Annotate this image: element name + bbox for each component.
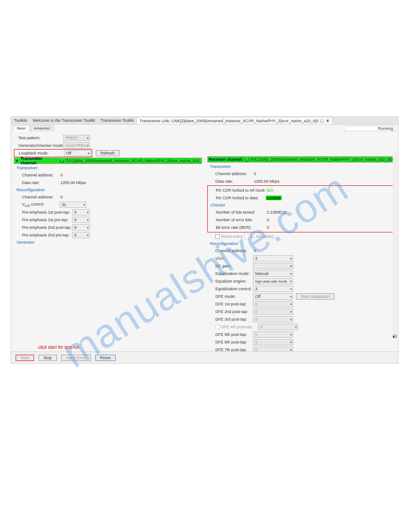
pre2-label: Pre-emphasis 2nd pre-tap: xyxy=(14,233,72,237)
bottom-toolbar: Start Stop Inject Error Reset xyxy=(11,352,398,363)
rx-transceiver-section: Transceiver xyxy=(207,163,395,170)
inject-error-button: Inject Error xyxy=(61,355,91,361)
stop-button[interactable]: Stop xyxy=(39,355,57,361)
bits-tested-label: Number of bits tested: xyxy=(208,210,266,215)
reset-every-input[interactable]: 1 xyxy=(244,234,254,239)
tab-transceiver-toolkit[interactable]: Transceiver Toolkit xyxy=(98,117,137,124)
scrollbar[interactable]: ▾ xyxy=(393,151,397,338)
dfe4-select: 0 xyxy=(258,324,298,330)
rx-data-rate-label: Data rate: xyxy=(207,179,253,184)
tx-rc-ch-addr-value: 0 xyxy=(60,195,63,199)
refresh-button[interactable]: Refresh xyxy=(96,150,120,156)
pre2p-select[interactable]: 0 xyxy=(72,224,90,231)
rx-header-label: Receiver channel: xyxy=(209,157,243,162)
annotation-text: click start for test run xyxy=(38,345,79,350)
tx-header-label: Transmitter channel: xyxy=(21,156,58,165)
eqctrl-label: Equalization control: xyxy=(207,287,253,291)
test-pattern-select: PRBS7 xyxy=(63,135,90,141)
dcgain-label: DC gain: xyxy=(207,264,253,268)
dfe6-label: DFE 6th post-tap: xyxy=(207,340,253,344)
transceiver-toolkit-window: Toolkits Welcome to the Transceiver Tool… xyxy=(11,116,398,364)
subtab-advanced[interactable]: Advanced xyxy=(30,125,54,132)
reset-every-unit: second(s). xyxy=(256,234,275,239)
dfe3-label: DFE 3rd post-tap: xyxy=(207,317,253,322)
pre1-label: Pre-emphasis 1st pre-tap: xyxy=(14,218,72,222)
dfe3-select: 0 xyxy=(253,316,293,322)
rx-ch-addr-value: 0 xyxy=(253,172,256,176)
eqeng-label: Equalizer engine: xyxy=(207,279,253,283)
cdr-ref-label: RX CDR locked to ref clock: xyxy=(208,188,266,193)
tab-transceiver-link[interactable]: Transceiver Link: LINK[2]slave_2000|unna… xyxy=(137,117,333,124)
loopback-mode-label: Loopback mode: xyxy=(19,151,63,155)
sub-tab-row: Basic Advanced xyxy=(13,125,396,132)
pre2-select[interactable]: 0 xyxy=(72,232,90,238)
tab-toolkits[interactable]: Toolkits xyxy=(11,117,30,124)
dfemode-select[interactable]: Off xyxy=(253,293,293,300)
dfe1-select: 0 xyxy=(253,301,293,307)
start-adaptation-button: Start Adaptation xyxy=(296,293,334,300)
bits-tested-value: 2.1388E10 xyxy=(266,210,287,215)
tx-ch-addr-value: 0 xyxy=(60,173,63,177)
eqctrl-select[interactable]: 3 xyxy=(253,286,293,292)
pre2p-label: Pre-emphasis 2nd post-tap: xyxy=(14,225,72,230)
tx-reconfig-section: Reconfiguration xyxy=(14,187,202,193)
dfe4-checkbox xyxy=(215,325,220,329)
tab-detach-icon[interactable]: ▢ xyxy=(320,119,324,123)
start-button[interactable]: Start xyxy=(16,355,34,361)
generator-mode-label: Generator/checker mode: xyxy=(14,143,63,148)
generator-mode-select: Hard PRBS xyxy=(63,142,90,149)
tab-welcome[interactable]: Welcome to the Transceiver Toolkit xyxy=(30,117,98,124)
tx-ch-addr-label: Channel address: xyxy=(14,173,60,177)
tx-data-rate-label: Data rate: xyxy=(14,180,60,185)
tx-generator-section: Generator xyxy=(14,239,202,245)
rx-lock-checker-group: RX CDR locked to ref clock: N/A RX CDR l… xyxy=(207,185,395,232)
tx-data-rate-value: 1250.00 Mbps xyxy=(60,180,86,185)
status-spinner-icon xyxy=(60,159,64,163)
subtab-basic[interactable]: Basic xyxy=(13,125,30,132)
vod-label: VOD control: xyxy=(14,202,60,208)
content-area: Test pattern: PRBS7 Generator/checker mo… xyxy=(11,134,398,351)
ber-value: 0 xyxy=(266,225,269,230)
status-spinner-icon xyxy=(245,158,249,162)
dfe1-label: DFE 1st post-tap: xyxy=(207,302,253,306)
right-column: Receiver channel: RX12|phy_2000|unnamed_… xyxy=(205,134,398,351)
scrollbar-thumb[interactable]: ▾ xyxy=(393,335,397,338)
vod-select[interactable]: 31 xyxy=(60,202,86,208)
cdr-ref-value: N/A xyxy=(266,188,274,193)
transmitter-channel-header[interactable]: ▼ Transmitter channel: TX12|phy_2000|unn… xyxy=(14,158,202,164)
rx-path: RX12|phy_2000|unnamed_instance_XCVR_Nati… xyxy=(251,157,393,162)
status-bar: Running xyxy=(344,126,395,131)
dfe2-label: DFE 2nd post-tap: xyxy=(207,309,253,314)
reset-every-label: Reset every xyxy=(221,234,243,239)
dfe5-select: 0 xyxy=(253,331,293,338)
pre1p-select[interactable]: 0 xyxy=(72,209,90,215)
rx-ch-addr-label: Channel address: xyxy=(207,172,253,176)
loopback-mode-select[interactable]: Off xyxy=(64,150,91,156)
dfe4-label: DFE 4th post-tap: xyxy=(221,325,258,329)
ber-label: Bit error rate (BER): xyxy=(208,225,266,230)
receiver-channel-header[interactable]: Receiver channel: RX12|phy_2000|unnamed_… xyxy=(207,156,395,163)
tx-transceiver-section: Transceiver xyxy=(14,165,202,171)
tab-link-label: Transceiver Link: LINK[2]slave_2000|unna… xyxy=(140,119,318,123)
dcgain-select xyxy=(253,263,293,269)
eqmode-label: Equalization mode: xyxy=(207,271,253,276)
collapse-icon[interactable]: ▼ xyxy=(15,159,19,163)
pre1-select[interactable]: 0 xyxy=(72,217,90,223)
rx-reconfig-section: Reconfiguration xyxy=(207,240,395,247)
eqmode-select[interactable]: Manual xyxy=(253,270,293,277)
dfe5-label: DFE 5th post-tap: xyxy=(207,332,253,337)
rx-data-rate-value: 1250.00 Mbps xyxy=(253,179,279,184)
reset-every-checkbox[interactable] xyxy=(215,234,220,239)
err-bits-value: 0 xyxy=(266,218,269,222)
eqeng-select[interactable]: high data rate mode xyxy=(253,278,293,284)
vga-select[interactable]: 2 xyxy=(253,255,293,262)
tx-rc-ch-addr-label: Channel address: xyxy=(14,195,60,199)
vga-label: VGA: xyxy=(207,256,253,261)
rx-rc-ch-addr-label: Channel address: xyxy=(207,249,253,253)
tab-close-icon[interactable]: ✕ xyxy=(326,119,330,123)
reset-button[interactable]: Reset xyxy=(95,355,116,361)
err-bits-label: Number of error bits: xyxy=(208,218,266,222)
main-tab-row: Toolkits Welcome to the Transceiver Tool… xyxy=(11,117,398,124)
dfemode-label: DFE mode: xyxy=(207,294,253,299)
cdr-data-label: RX CDR locked to data: xyxy=(208,196,266,200)
